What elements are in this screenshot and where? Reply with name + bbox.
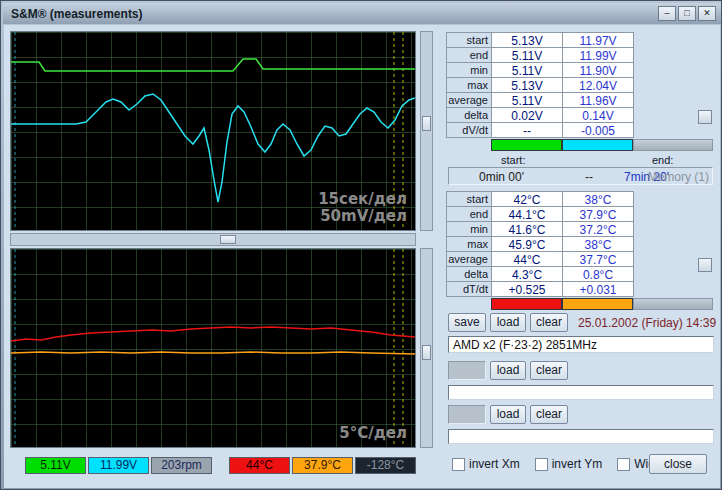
row-label: min bbox=[447, 63, 492, 78]
cpu-info-field[interactable]: AMD x2 (F·23·2) 2851MHz bbox=[448, 336, 714, 353]
value-col1: 5.11V bbox=[492, 48, 563, 63]
close-button[interactable]: ✕ bbox=[698, 6, 716, 21]
app-window: S&M® (measurements) –□✕ 15сек/дел 50mV/д… bbox=[0, 0, 722, 490]
option-invert-xm: invert Xm bbox=[452, 457, 520, 471]
value-col2: 37.2°C bbox=[563, 222, 634, 237]
clear-button-3[interactable]: clear bbox=[530, 405, 568, 424]
checkbox-label: invert Ym bbox=[552, 457, 602, 471]
checkbox-wide[interactable] bbox=[617, 458, 630, 471]
table-row: dV/dt---0.005 bbox=[447, 123, 634, 138]
value-col1: 4.3°C bbox=[492, 267, 563, 282]
value-col1: 42°C bbox=[492, 192, 563, 207]
row-label: delta bbox=[447, 108, 492, 123]
title-bar[interactable]: S&M® (measurements) –□✕ bbox=[3, 3, 721, 24]
clear-button[interactable]: clear bbox=[530, 313, 568, 332]
start-time-value: 0min 00' bbox=[479, 170, 524, 184]
disabled-save-slot bbox=[448, 405, 486, 424]
legend-row: 5.11V11.99V203rpm44°C37.9°C-128°C bbox=[25, 457, 418, 474]
temperature-graph-scale: 5°C/дел bbox=[339, 425, 407, 442]
vscroll-thumb[interactable] bbox=[422, 345, 431, 360]
close-button[interactable]: close bbox=[649, 454, 707, 474]
row-label: average bbox=[447, 252, 492, 267]
row-label: start bbox=[447, 192, 492, 207]
voltage-bar-5v bbox=[491, 139, 562, 151]
bar-spacer bbox=[446, 139, 491, 151]
temperature-graph-plot bbox=[11, 249, 415, 447]
value-col1: 5.13V bbox=[492, 33, 563, 48]
voltage-bar-12v bbox=[562, 139, 633, 151]
trace-temp2 bbox=[11, 352, 415, 354]
voltage-scale-thumb[interactable] bbox=[698, 110, 712, 124]
table-row: end44.1°C37.9°C bbox=[447, 207, 634, 222]
value-col1: 41.6°C bbox=[492, 222, 563, 237]
row-label: start bbox=[447, 33, 492, 48]
legend-box: 44°C bbox=[229, 457, 290, 474]
checkbox-invert-ym[interactable] bbox=[535, 458, 548, 471]
table-row: dT/dt+0.525+0.031 bbox=[447, 282, 634, 297]
row-label: max bbox=[447, 237, 492, 252]
vscroll-thumb[interactable] bbox=[422, 116, 431, 131]
legend-box: 37.9°C bbox=[292, 457, 353, 474]
legend-box: 5.11V bbox=[25, 457, 86, 474]
voltage-graph[interactable]: 15сек/дел 50mV/дел bbox=[10, 31, 416, 231]
temperature-scale-thumb[interactable] bbox=[698, 258, 712, 272]
legend-box: -128°C bbox=[355, 457, 416, 474]
value-col2: 37.9°C bbox=[563, 207, 634, 222]
table-row: delta4.3°C0.8°C bbox=[447, 267, 634, 282]
value-col2: 11.90V bbox=[563, 63, 634, 78]
row-label: end bbox=[447, 207, 492, 222]
row-label: dT/dt bbox=[447, 282, 492, 297]
row-label: min bbox=[447, 222, 492, 237]
temperature-graph-vscroll[interactable] bbox=[420, 248, 433, 448]
table-row: start5.13V11.97V bbox=[447, 33, 634, 48]
save-button[interactable]: save bbox=[448, 313, 486, 332]
temperature-graph[interactable]: 5°C/дел bbox=[10, 248, 416, 448]
value-col1: +0.525 bbox=[492, 282, 563, 297]
clear-button-2[interactable]: clear bbox=[530, 361, 568, 380]
end-label: end: bbox=[652, 154, 673, 166]
load-button-3[interactable]: load bbox=[490, 405, 526, 424]
disabled-save-slot bbox=[448, 361, 486, 380]
checkbox-invert-xm[interactable] bbox=[452, 458, 465, 471]
start-extra-value: -- bbox=[585, 170, 593, 184]
graph-hscrollbar[interactable] bbox=[10, 233, 416, 246]
table-row: max45.9°C38°C bbox=[447, 237, 634, 252]
value-col1: 5.11V bbox=[492, 93, 563, 108]
bar-tail bbox=[633, 298, 713, 310]
temperature-table: start42°C38°Cend44.1°C37.9°Cmin41.6°C37.… bbox=[446, 191, 634, 297]
value-col1: 5.11V bbox=[492, 63, 563, 78]
legend-box: 203rpm bbox=[151, 457, 212, 474]
trace-temp1 bbox=[11, 327, 415, 341]
minimize-button[interactable]: – bbox=[658, 6, 676, 21]
voltage-bar-row bbox=[446, 139, 713, 151]
row-label: delta bbox=[447, 267, 492, 282]
voltage-table: start5.13V11.97Vend5.11V11.99Vmin5.11V11… bbox=[446, 32, 634, 138]
slot-c-field[interactable] bbox=[448, 429, 714, 444]
table-row: average5.11V11.96V bbox=[447, 93, 634, 108]
bar-spacer bbox=[446, 298, 491, 310]
value-col1: -- bbox=[492, 123, 563, 138]
voltage-graph-vscroll[interactable] bbox=[420, 31, 433, 231]
load-button[interactable]: load bbox=[490, 313, 526, 332]
table-row: end5.11V11.99V bbox=[447, 48, 634, 63]
value-col2: 38°C bbox=[563, 192, 634, 207]
row-label: end bbox=[447, 48, 492, 63]
value-col2: 11.99V bbox=[563, 48, 634, 63]
table-row: min41.6°C37.2°C bbox=[447, 222, 634, 237]
value-col2: 12.04V bbox=[563, 78, 634, 93]
value-col2: 37.7°C bbox=[563, 252, 634, 267]
checkbox-label: invert Xm bbox=[469, 457, 520, 471]
voltage-graph-scale: 15сек/дел 50mV/дел bbox=[318, 191, 407, 225]
datetime-stamp: 25.01.2002 (Friday) 14:39 bbox=[578, 316, 716, 330]
hscroll-thumb[interactable] bbox=[220, 235, 236, 244]
window-title: S&M® (measurements) bbox=[11, 7, 143, 21]
load-button-2[interactable]: load bbox=[490, 361, 526, 380]
trace-5v bbox=[11, 59, 415, 71]
value-col1: 45.9°C bbox=[492, 237, 563, 252]
temperature-bar-row bbox=[446, 298, 713, 310]
row-label: dV/dt bbox=[447, 123, 492, 138]
value-col2: 11.96V bbox=[563, 93, 634, 108]
slot-b-field[interactable] bbox=[448, 385, 714, 400]
maximize-button[interactable]: □ bbox=[678, 6, 696, 21]
time-strip: 0min 00' -- 7min 20' Memory (1) bbox=[448, 167, 713, 185]
